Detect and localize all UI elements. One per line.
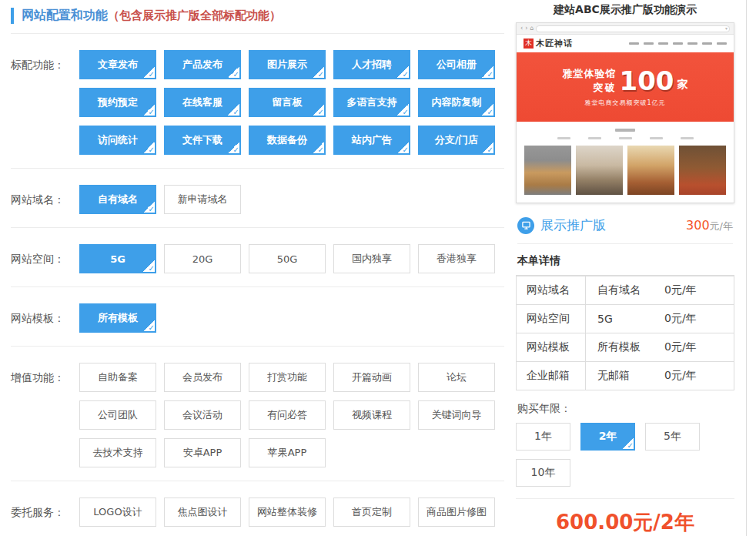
option-button[interactable]: 会员发布: [164, 363, 241, 392]
option-button[interactable]: 所有模板: [79, 303, 156, 333]
option-label: 多语言支持: [347, 95, 397, 109]
product-image: [524, 146, 571, 195]
option-button[interactable]: 网站整体装修: [249, 497, 326, 527]
home-icon: ⌂: [530, 25, 534, 32]
preview-banner: 雅堂体验馆 突破 100 家 雅堂电商交易额突破1亿元: [517, 52, 734, 122]
option-button[interactable]: 站内广告: [333, 126, 410, 155]
option-button[interactable]: 会议活动: [164, 400, 241, 430]
option-label: 站内广告: [352, 133, 392, 147]
section-label: 网站域名：: [11, 185, 79, 214]
option-button[interactable]: 公司相册: [418, 50, 495, 79]
year-option-button[interactable]: 1年: [516, 423, 570, 451]
option-button[interactable]: 图片展示: [249, 50, 326, 79]
selected-check-icon: [482, 66, 493, 78]
option-button[interactable]: 产品发布: [164, 50, 241, 79]
order-details-title: 本单详情: [517, 254, 733, 268]
order-item-name: 网站空间: [517, 305, 586, 333]
preview-site-header: 木 木匠神话: [517, 35, 734, 52]
purchase-years-group: 1年 2年 5年 10年: [516, 423, 734, 487]
option-button[interactable]: 分支/门店: [418, 126, 495, 155]
banner-unit: 家: [677, 78, 687, 95]
banner-big-number: 100: [620, 68, 674, 94]
page: 网站配置和功能 （包含展示推广版全部标配功能） 标配功能： 文章发布: [0, 0, 756, 536]
section-label: 增值功能：: [11, 363, 79, 467]
option-label: 开篇动画: [352, 370, 392, 384]
option-button[interactable]: 20G: [164, 244, 241, 273]
option-label: 论坛: [447, 370, 467, 384]
banner-headline: 雅堂体验馆 突破 100 家: [563, 67, 688, 95]
page-subtitle: （包含展示推广版全部标配功能）: [108, 8, 281, 23]
option-button[interactable]: 50G: [249, 244, 326, 273]
order-item-name: 企业邮箱: [517, 362, 586, 390]
option-button[interactable]: 视频课程: [333, 400, 410, 430]
option-button[interactable]: 首页定制: [333, 497, 410, 527]
config-panel: 网站配置和功能 （包含展示推广版全部标配功能） 标配功能： 文章发布: [0, 0, 504, 536]
option-button[interactable]: 论坛: [418, 363, 495, 392]
option-button[interactable]: 在线客服: [164, 88, 241, 117]
option-button[interactable]: 预约预定: [79, 88, 156, 117]
plan-name: 展示推广版: [540, 216, 606, 234]
year-option-button[interactable]: 5年: [645, 423, 700, 451]
option-button[interactable]: 人才招聘: [333, 50, 410, 79]
option-button[interactable]: 香港独享: [418, 244, 495, 273]
option-button[interactable]: 新申请域名: [164, 185, 241, 214]
config-section: 网站域名： 自有域名 新申请域名: [11, 169, 504, 228]
option-button[interactable]: 打赏功能: [249, 363, 326, 392]
category-placeholder: [681, 137, 694, 139]
option-button[interactable]: 公司团队: [79, 400, 156, 430]
category-placeholder: [650, 137, 663, 139]
option-button[interactable]: 内容防复制: [418, 88, 495, 117]
nav-item-placeholder: [629, 42, 639, 45]
option-button[interactable]: 苹果APP: [249, 438, 326, 467]
option-button[interactable]: 文件下载: [164, 126, 241, 155]
selected-check-icon: [143, 260, 155, 272]
option-button[interactable]: 留言板: [249, 88, 326, 117]
option-button[interactable]: 开篇动画: [333, 363, 410, 392]
site-name: 木匠神话: [536, 38, 573, 49]
year-option-button[interactable]: 10年: [516, 459, 570, 487]
nav-item-placeholder: [644, 42, 654, 45]
option-label: 视频课程: [352, 408, 392, 422]
option-button[interactable]: 焦点图设计: [164, 497, 241, 527]
option-group: 文章发布 产品发布 图片展示: [79, 50, 504, 155]
option-button[interactable]: 去技术支持: [79, 438, 156, 467]
selected-check-icon: [228, 104, 239, 116]
option-button[interactable]: LOGO设计: [79, 497, 156, 527]
option-group: 5G 20G 50G: [79, 244, 504, 273]
option-label: 香港独享: [437, 252, 477, 266]
order-item-value: 5G: [586, 305, 664, 333]
option-button[interactable]: 安卓APP: [164, 438, 241, 467]
option-button[interactable]: 有问必答: [249, 400, 326, 430]
option-button[interactable]: 访问统计: [79, 126, 156, 155]
banner-line2: 突破: [563, 81, 617, 95]
order-item-value: 所有模板: [586, 333, 664, 361]
order-item-price: 0元/年: [664, 276, 734, 304]
option-button[interactable]: 自有域名: [79, 185, 156, 214]
order-table-row: 企业邮箱 无邮箱 0元/年: [517, 361, 734, 390]
option-label: 预约预定: [98, 95, 138, 109]
site-preview[interactable]: ‹ › ⌂ 木 木匠神话: [516, 22, 734, 203]
option-button[interactable]: 自助备案: [79, 363, 156, 392]
order-details-table: 网站域名 自有域名 0元/年 网站空间 5G 0元/年 网站模板 所有模板 0元…: [516, 275, 734, 390]
option-button[interactable]: 文章发布: [79, 50, 156, 79]
plan-price: 300元/年: [686, 218, 733, 233]
option-label: 文章发布: [98, 58, 138, 72]
config-section: 增值功能： 自助备案 会员发布: [11, 347, 504, 481]
section-label: 网站模板：: [11, 303, 79, 333]
demo-title: 建站ABC展示推广版功能演示: [516, 3, 734, 17]
option-button[interactable]: 数据备份: [249, 126, 326, 155]
plan-price-unit: 元/年: [710, 220, 733, 232]
option-button[interactable]: 关键词向导: [418, 400, 495, 430]
selected-check-icon: [228, 66, 239, 78]
banner-subtitle: 雅堂电商交易额突破1亿元: [584, 99, 665, 107]
option-button[interactable]: 多语言支持: [333, 88, 410, 117]
option-button[interactable]: 商品图片修图: [418, 497, 495, 527]
plan-price-value: 300: [686, 218, 710, 233]
config-section: 委托服务： LOGO设计 焦点图设计: [11, 481, 504, 536]
option-label: 公司团队: [98, 408, 138, 422]
option-button[interactable]: 5G: [79, 244, 156, 273]
option-button[interactable]: 国内独享: [333, 244, 410, 273]
order-item-price: 0元/年: [664, 305, 734, 333]
year-option-button[interactable]: 2年: [580, 423, 635, 451]
option-label: 网站整体装修: [257, 505, 317, 519]
